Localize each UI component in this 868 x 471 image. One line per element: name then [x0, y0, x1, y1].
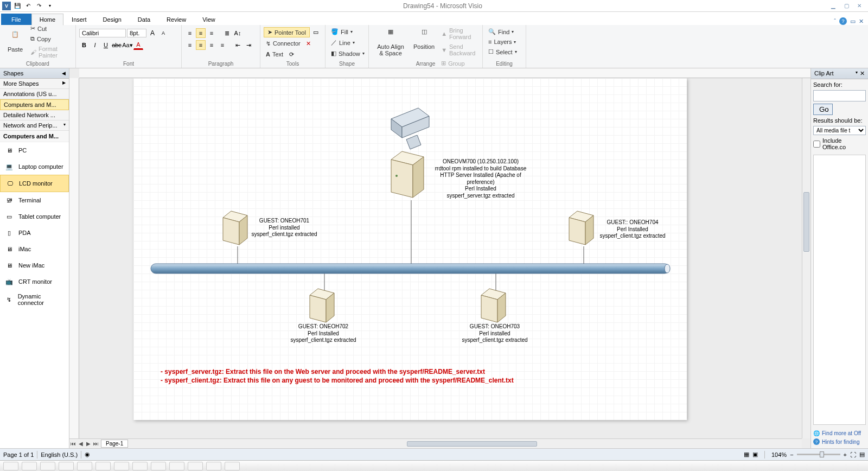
note-server[interactable]: - sysperf_server.tgz: Extract this file … — [161, 368, 485, 375]
tab-design[interactable]: Design — [95, 14, 130, 25]
copy-button[interactable]: ⧉Copy — [28, 34, 72, 43]
taskbar-item[interactable] — [169, 462, 184, 470]
italic-button[interactable]: I — [90, 40, 100, 50]
shape-crt-monitor[interactable]: 📺CRT monitor — [0, 273, 69, 290]
zoom-in-icon[interactable]: + — [844, 451, 847, 458]
underline-button[interactable]: U — [101, 40, 111, 50]
guest704-label[interactable]: GUEST:: ONEOH704 Perl Installed sysperf_… — [597, 219, 668, 240]
macro-record-icon[interactable]: ◉ — [85, 451, 90, 458]
tab-file[interactable]: File — [1, 14, 31, 25]
canvas-viewport[interactable]: ONEOVM700 (10.250.102.100) rrdtool rpm i… — [79, 78, 810, 438]
help-icon[interactable]: ? — [839, 17, 847, 25]
qat-more-icon[interactable]: ▾ — [46, 2, 54, 10]
taskbar-item[interactable] — [22, 462, 37, 470]
shrink-font-icon[interactable]: A — [158, 28, 168, 38]
taskbar-item[interactable] — [151, 462, 166, 470]
align-right-button[interactable]: ≡ — [207, 40, 216, 50]
switch-window-icon[interactable]: ▤ — [859, 451, 865, 458]
next-page-icon[interactable]: ▶ — [85, 441, 92, 447]
shape-imac[interactable]: 🖥iMac — [0, 241, 69, 257]
line-button[interactable]: ／Line▾ — [329, 37, 365, 48]
hints-link[interactable]: ?Hints for finding — [813, 437, 866, 446]
strike-button[interactable]: abc — [112, 40, 122, 50]
find-more-link[interactable]: 🌐Find more at Off — [813, 429, 866, 437]
guest703-label[interactable]: GUEST: ONEOH703 Perl installed sysperf_c… — [459, 323, 530, 344]
autoalign-button[interactable]: ▦Auto Align & Space — [372, 26, 409, 59]
vertical-scrollbar[interactable] — [802, 78, 810, 438]
align-justify-button[interactable]: ≡ — [218, 40, 227, 50]
indent-dec-button[interactable]: ⇤ — [233, 40, 242, 50]
more-shapes-button[interactable]: More Shapes▶ — [0, 79, 69, 89]
ribbon-minimize-icon[interactable]: ˆ — [834, 18, 836, 24]
taskbar-item[interactable] — [114, 462, 129, 470]
shape-pc[interactable]: 🖥PC — [0, 142, 69, 158]
drawing-page[interactable]: ONEOVM700 (10.250.102.100) rrdtool rpm i… — [133, 78, 687, 420]
format-painter-button[interactable]: 🖌Format Painter — [28, 44, 72, 60]
server-main-shape[interactable] — [391, 151, 424, 198]
font-color-button[interactable]: A — [133, 40, 143, 50]
text-direction-button[interactable]: A↕ — [233, 28, 242, 38]
rotate-tool-icon[interactable]: ⟳ — [286, 49, 296, 59]
server-701-shape[interactable] — [223, 211, 247, 245]
undo-icon[interactable]: ↶ — [24, 2, 33, 10]
page-tab[interactable]: Page-1 — [101, 440, 128, 448]
grow-font-icon[interactable]: A — [148, 28, 157, 38]
first-page-icon[interactable]: ⏮ — [69, 441, 77, 447]
shape-dynamic-connector[interactable]: ↯Dynamic connector — [0, 290, 69, 309]
find-button[interactable]: 🔍Find▾ — [486, 27, 522, 36]
clipart-go-button[interactable]: Go — [813, 104, 833, 115]
tab-view[interactable]: View — [194, 14, 224, 25]
shape-new-imac[interactable]: 🖥New iMac — [0, 257, 69, 273]
font-name-select[interactable] — [79, 29, 126, 37]
taskbar-item[interactable] — [40, 462, 55, 470]
pointer-tool-button[interactable]: ➤Pointer Tool — [264, 27, 310, 37]
media-type-select[interactable]: All media file t — [813, 126, 866, 135]
zoom-slider[interactable] — [797, 454, 840, 455]
layers-button[interactable]: ≡Layers▾ — [486, 37, 522, 46]
maximize-icon[interactable]: ▢ — [842, 2, 851, 10]
vscroll-thumb[interactable] — [803, 192, 809, 252]
collapse-shapes-icon[interactable]: ◀ — [62, 71, 66, 76]
shape-pda[interactable]: ▯PDA — [0, 225, 69, 241]
view-normal-icon[interactable]: ▦ — [744, 451, 749, 458]
taskbar-item[interactable] — [188, 462, 203, 470]
view-fullscreen-icon[interactable]: ▣ — [752, 451, 758, 458]
server-main-label[interactable]: ONEOVM700 (10.250.102.100) rrdtool rpm i… — [432, 158, 529, 199]
taskbar-item[interactable] — [206, 462, 221, 470]
position-button[interactable]: ◫Position — [410, 26, 438, 52]
prev-page-icon[interactable]: ◀ — [77, 441, 85, 447]
taskbar-item[interactable] — [95, 462, 111, 470]
zoom-out-icon[interactable]: − — [790, 451, 793, 458]
taskbar-item[interactable] — [3, 462, 18, 470]
zoom-label[interactable]: 104% — [771, 451, 787, 458]
tab-home[interactable]: Home — [31, 14, 63, 26]
stencil-detailed-network[interactable]: Detailed Network ... — [0, 110, 69, 120]
fit-page-icon[interactable]: ⛶ — [850, 451, 856, 458]
server-702-shape[interactable] — [310, 289, 334, 322]
text-tool-button[interactable]: AText — [264, 50, 285, 59]
minimize-icon[interactable]: ▁ — [829, 2, 838, 10]
align-middle-button[interactable]: ≡ — [196, 28, 206, 38]
guest701-label[interactable]: GUEST: ONEOH701 Perl installed sysperf_c… — [249, 218, 320, 238]
server-704-shape[interactable] — [569, 211, 593, 245]
taskbar-item[interactable] — [225, 462, 240, 470]
lang-status[interactable]: English (U.S.) — [41, 451, 78, 458]
delete-conn-icon[interactable]: ✕ — [304, 39, 314, 48]
save-icon[interactable]: 💾 — [13, 2, 22, 10]
stencil-annotations[interactable]: Annotations (US u... — [0, 89, 69, 99]
case-button[interactable]: Aa▾ — [123, 40, 132, 50]
indent-inc-button[interactable]: ⇥ — [244, 40, 253, 50]
paste-button[interactable]: 📋 Paste — [3, 29, 27, 55]
shape-laptop[interactable]: 💻Laptop computer — [0, 158, 69, 175]
guest702-label[interactable]: GUEST: ONEOH702 Perl Installed sysperf_c… — [288, 323, 359, 344]
redo-icon[interactable]: ↷ — [35, 2, 43, 10]
clipart-search-input[interactable] — [813, 90, 866, 101]
align-bottom-button[interactable]: ≡ — [207, 28, 216, 38]
bold-button[interactable]: B — [79, 40, 89, 50]
hscroll-thumb[interactable] — [407, 441, 537, 447]
shape-lcd-monitor[interactable]: 🖵LCD monitor — [0, 175, 69, 192]
shape-tablet[interactable]: ▭Tablet computer — [0, 208, 69, 225]
stencil-computers[interactable]: Computers and M... — [0, 99, 69, 110]
shadow-button[interactable]: ◧Shadow▾ — [329, 49, 365, 58]
window-close2-icon[interactable]: ✕ — [859, 18, 864, 25]
